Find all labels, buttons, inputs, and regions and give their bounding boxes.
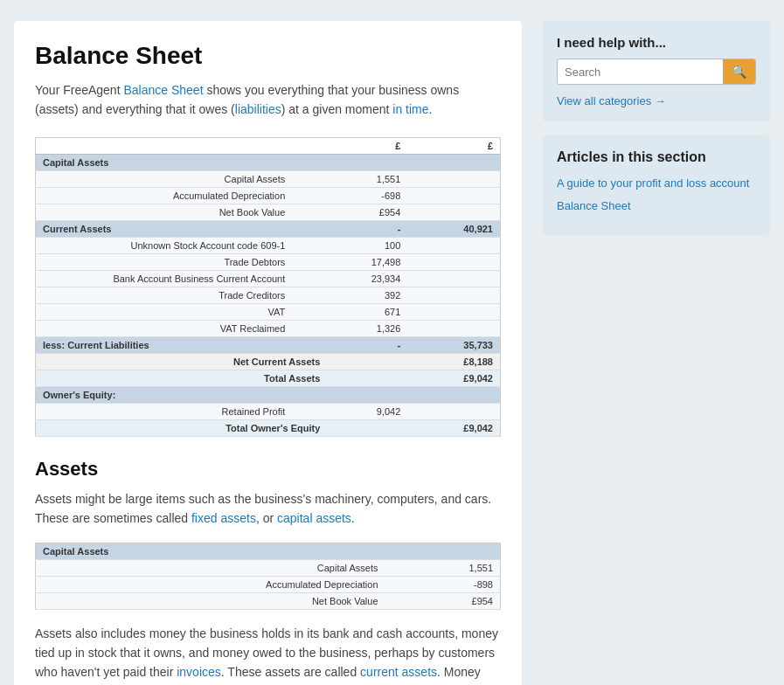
assets-text3: . [351, 511, 355, 525]
net-current-assets-value: £8,188 [407, 353, 500, 370]
capital-assets-label: Capital Assets [36, 154, 338, 170]
row-value: 100 [337, 237, 407, 253]
article-link-balance-sheet[interactable]: Balance Sheet [557, 198, 756, 214]
small-table-label: Capital Assets [36, 543, 501, 559]
row-label: VAT Reclaimed [36, 320, 338, 336]
table-row: Unknown Stock Account code 609-1 100 [36, 237, 501, 253]
assets-body-text: Assets also includes money the business … [35, 624, 501, 685]
row-value: £954 [337, 204, 407, 220]
assets-text2: , or [256, 511, 277, 525]
row-value: 392 [337, 287, 407, 303]
row-label: Capital Assets [36, 170, 338, 187]
small-table-header: Capital Assets [36, 543, 501, 559]
row-value: 9,042 [337, 403, 407, 419]
liabilities-dash: - [337, 336, 407, 353]
total-owners-equity-value: £9,042 [407, 419, 500, 436]
col1-header: £ [337, 137, 407, 154]
article-link-profit-loss[interactable]: A guide to your profit and loss account [557, 176, 756, 191]
row-value: 1,551 [431, 559, 501, 576]
total-assets-value: £9,042 [407, 370, 500, 386]
row-value: -698 [337, 187, 407, 204]
table-header-row: £ £ [36, 137, 501, 154]
in-time-link[interactable]: in time [392, 102, 428, 116]
sidebar-help-box: I need help with... 🔍 View all categorie… [543, 21, 770, 121]
liabilities-label: less: Current Liabilities [36, 336, 338, 353]
fixed-assets-link[interactable]: fixed assets [191, 511, 256, 525]
row-label: Accumulated Depreciation [36, 187, 338, 204]
search-input[interactable] [558, 60, 723, 84]
total-owners-equity-label: Total Owner's Equity [36, 419, 338, 436]
row-value: 1,326 [337, 320, 407, 336]
row-label: VAT [36, 303, 338, 320]
total-assets-row: Total Assets £9,042 [36, 370, 501, 386]
row-value: 17,498 [337, 253, 407, 270]
row-value: £954 [431, 592, 501, 609]
small-balance-sheet-table: Capital Assets Capital Assets 1,551 Accu… [35, 543, 501, 610]
table-row: VAT Reclaimed 1,326 [36, 320, 501, 336]
capital-assets-link[interactable]: capital assets [277, 511, 351, 525]
row-label: Accumulated Depreciation [36, 576, 431, 592]
liabilities-link[interactable]: liabilities [235, 102, 281, 116]
row-value: 671 [337, 303, 407, 320]
table-row: Accumulated Depreciation -898 [36, 576, 501, 592]
sidebar: I need help with... 🔍 View all categorie… [543, 21, 770, 685]
table-row: Capital Assets 1,551 [36, 170, 501, 187]
intro-paragraph: Your FreeAgent Balance Sheet shows you e… [35, 80, 501, 120]
balance-sheet-table: £ £ Capital Assets Capital Assets 1,551 … [35, 137, 501, 437]
assets-section-title: Assets [35, 458, 501, 481]
table-row: Trade Debtors 17,498 [36, 253, 501, 270]
row-label: Bank Account Business Current Account [36, 270, 338, 287]
net-current-assets-label: Net Current Assets [36, 353, 338, 370]
liabilities-header: less: Current Liabilities - 35,733 [36, 336, 501, 353]
sidebar-help-title: I need help with... [557, 35, 756, 50]
current-assets-label: Current Assets [36, 220, 338, 237]
current-assets-total: 40,921 [407, 220, 500, 237]
liabilities-total: 35,733 [407, 336, 500, 353]
row-label: Unknown Stock Account code 609-1 [36, 237, 338, 253]
row-value: 23,934 [337, 270, 407, 287]
table-row: Retained Profit 9,042 [36, 403, 501, 419]
intro-text-before: Your FreeAgent [35, 83, 123, 97]
assets-intro-text: Assets might be large items such as the … [35, 489, 501, 529]
page-wrapper: Balance Sheet Your FreeAgent Balance She… [0, 0, 784, 685]
row-label: Net Book Value [36, 592, 431, 609]
table-row: Net Book Value £954 [36, 592, 501, 609]
capital-assets-header: Capital Assets [36, 154, 501, 170]
invoices-link[interactable]: invoices [177, 665, 221, 679]
current-assets-header: Current Assets - 40,921 [36, 220, 501, 237]
net-current-assets-row: Net Current Assets £8,188 [36, 353, 501, 370]
row-value: -898 [431, 576, 501, 592]
row-label: Retained Profit [36, 403, 338, 419]
current-assets-link2[interactable]: current assets [360, 665, 437, 679]
view-all-link[interactable]: View all categories → [557, 94, 666, 107]
assets-text5: . These assets are called [221, 665, 360, 679]
row-value: 1,551 [337, 170, 407, 187]
table-row: Net Book Value £954 [36, 204, 501, 220]
current-assets-dash: - [337, 220, 407, 237]
intro-text-after: ) at a given moment [281, 102, 393, 116]
table-row: Bank Account Business Current Account 23… [36, 270, 501, 287]
main-content: Balance Sheet Your FreeAgent Balance She… [14, 21, 522, 685]
total-assets-label: Total Assets [36, 370, 338, 386]
col2-header: £ [407, 137, 500, 154]
sidebar-articles-box: Articles in this section A guide to your… [543, 135, 770, 235]
search-button[interactable]: 🔍 [723, 59, 755, 84]
table-row: Capital Assets 1,551 [36, 559, 501, 576]
balance-sheet-link[interactable]: Balance Sheet [123, 83, 203, 97]
row-label: Net Book Value [36, 204, 338, 220]
owners-equity-header: Owner's Equity: [36, 386, 501, 403]
row-label: Capital Assets [36, 559, 431, 576]
page-title: Balance Sheet [35, 42, 501, 70]
row-label: Trade Creditors [36, 287, 338, 303]
row-label: Trade Debtors [36, 253, 338, 270]
table-row: VAT 671 [36, 303, 501, 320]
search-box: 🔍 [557, 59, 756, 85]
owners-equity-label: Owner's Equity: [36, 386, 501, 403]
sidebar-articles-title: Articles in this section [557, 149, 756, 165]
table-row: Accumulated Depreciation -698 [36, 187, 501, 204]
total-owners-equity-row: Total Owner's Equity £9,042 [36, 419, 501, 436]
table-row: Trade Creditors 392 [36, 287, 501, 303]
